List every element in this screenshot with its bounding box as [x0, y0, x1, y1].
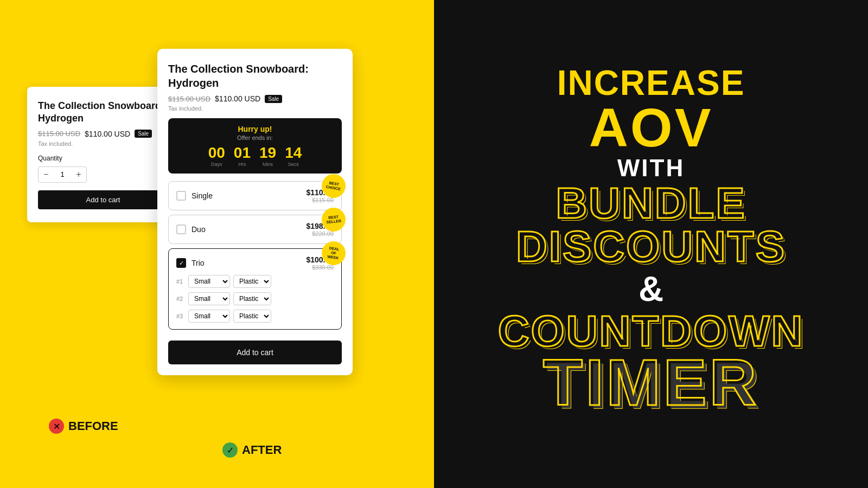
headline-ampersand: & [498, 268, 805, 310]
before-old-price: $115.00 USD [38, 130, 80, 138]
countdown-days-unit: 00 Days [208, 145, 225, 167]
before-product-title: The Collection Snowboard: Hydrogen [38, 100, 168, 125]
bundle-single-checkbox[interactable] [176, 191, 186, 201]
variant-size-2[interactable]: SmallMediumLarge [188, 292, 230, 305]
headline-discounts: DISCOUNTS [498, 225, 805, 268]
after-label-text: AFTER [242, 443, 282, 457]
variant-num-1: #1 [176, 278, 185, 285]
before-add-to-cart[interactable]: Add to cart [38, 190, 168, 209]
bundle-duo-name: Duo [192, 225, 301, 234]
bundle-trio-checkbox[interactable] [176, 258, 186, 268]
before-sale-badge: Sale [135, 130, 152, 138]
headline-increase: INCREASE [498, 66, 805, 100]
bundle-duo[interactable]: BESTSELLER Duo $198.00 $220.00 [168, 215, 342, 244]
variant-num-3: #3 [176, 313, 185, 319]
variant-num-2: #2 [176, 296, 185, 302]
before-new-price: $110.00 USD [85, 130, 130, 138]
bundle-trio-price-old: $330.00 [306, 264, 334, 271]
countdown-secs-unit: 14 Secs [285, 145, 302, 167]
variant-size-1[interactable]: SmallMediumLarge [188, 275, 230, 288]
variant-row-1: #1 SmallMediumLarge PlasticMetalWood [176, 275, 334, 288]
before-label-text: BEFORE [68, 419, 118, 433]
headline-bundle: BUNDLE [498, 182, 805, 225]
countdown-offer: Offer ends in: [177, 134, 333, 141]
variant-material-3[interactable]: PlasticMetalWood [233, 310, 271, 323]
bundle-single-price-old: $115.00 [306, 197, 334, 203]
countdown-hrs-unit: 01 Hrs [234, 145, 251, 167]
headline-with: WITH [498, 155, 805, 182]
right-panel: INCREASE AOV WITH BUNDLE DISCOUNTS & COU… [434, 0, 868, 488]
variant-material-2[interactable]: PlasticMetalWood [233, 292, 271, 305]
countdown-mins-unit: 19 Mins [259, 145, 276, 167]
headline-aov: AOV [498, 100, 805, 155]
after-label-container: ✓ AFTER [222, 442, 282, 458]
before-card: The Collection Snowboard: Hydrogen $115.… [27, 87, 179, 222]
before-qty-value: 1 [54, 170, 71, 178]
bundle-trio-name: Trio [192, 259, 301, 267]
countdown-secs-label: Secs [285, 162, 302, 167]
bundle-duo-checkbox[interactable] [176, 224, 186, 234]
bundle-duo-price-old: $220.00 [306, 230, 334, 237]
after-product-title: The Collection Snowboard: Hydrogen [168, 62, 342, 90]
after-add-to-cart[interactable]: Add to cart [168, 341, 342, 364]
countdown-mins-num: 19 [259, 145, 276, 160]
before-icon: ✕ [49, 419, 64, 434]
after-sale-badge: Sale [265, 95, 282, 103]
countdown-box: Hurry up! Offer ends in: 00 Days 01 Hrs … [168, 118, 342, 174]
before-qty-minus[interactable]: − [39, 167, 54, 182]
variant-material-1[interactable]: PlasticMetalWood [233, 275, 271, 288]
countdown-hurry: Hurry up! [177, 125, 333, 133]
countdown-hrs-label: Hrs [234, 162, 251, 167]
right-headline: INCREASE AOV WITH BUNDLE DISCOUNTS & COU… [498, 66, 805, 412]
bundle-single-name: Single [192, 191, 301, 200]
bundle-single[interactable]: BESTCHOICE Single $110.00 $115.00 [168, 181, 342, 210]
after-icon: ✓ [222, 442, 238, 458]
bundle-trio[interactable]: DEALOFWEEK Trio $100.00 $330.00 #1 Small… [168, 248, 342, 330]
variant-row-2: #2 SmallMediumLarge PlasticMetalWood [176, 292, 334, 305]
headline-timer: TIMER [498, 353, 805, 412]
before-label-container: ✕ BEFORE [49, 419, 118, 434]
variant-row-3: #3 SmallMediumLarge PlasticMetalWood [176, 310, 334, 323]
countdown-digits: 00 Days 01 Hrs 19 Mins 14 Secs [177, 145, 333, 167]
countdown-mins-label: Mins [259, 162, 276, 167]
before-qty-label: Quantity [38, 155, 168, 162]
countdown-days-num: 00 [208, 145, 225, 160]
before-qty-control: − 1 + [38, 166, 87, 183]
after-tax-text: Tax included. [168, 105, 342, 112]
before-qty-plus[interactable]: + [71, 167, 86, 182]
before-tax-text: Tax included. [38, 140, 168, 147]
after-card: The Collection Snowboard: Hydrogen $115.… [157, 49, 353, 375]
after-old-price: $115.00 USD [168, 95, 210, 103]
countdown-secs-num: 14 [285, 145, 302, 160]
after-new-price: $110.00 USD [215, 94, 260, 103]
left-panel: The Collection Snowboard: Hydrogen $115.… [0, 0, 434, 488]
countdown-days-label: Days [208, 162, 225, 167]
countdown-hrs-num: 01 [234, 145, 251, 160]
variant-size-3[interactable]: SmallMediumLarge [188, 310, 230, 323]
